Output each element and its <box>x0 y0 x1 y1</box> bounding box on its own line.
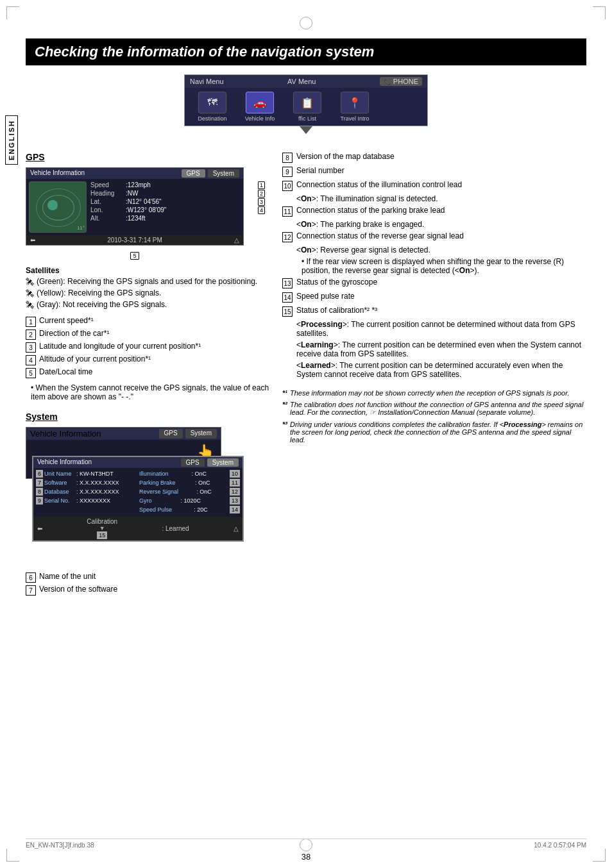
right-item-8-num: 8 <box>282 153 293 163</box>
travel-intro-icon-box: 📍 <box>341 92 369 113</box>
corner-mark-tr <box>593 6 606 19</box>
sys-inner-tab-system: System <box>207 458 239 467</box>
gps-heading-row: Heading :NW 2 <box>90 190 241 197</box>
av-menu-label: AV Menu <box>287 78 316 85</box>
footnote-1-text: These information may not be shown corre… <box>290 389 570 397</box>
gps-back-icon: ⬅ <box>30 237 35 244</box>
gps-item-5: 5 Date/Local time <box>26 367 269 378</box>
destination-label: Destination <box>198 115 226 122</box>
corner-mark-tl <box>6 6 19 19</box>
indicator-2: 2 <box>258 190 265 197</box>
registration-mark <box>300 17 312 29</box>
travel-intro-label: Travel Intro <box>340 115 369 122</box>
sys-illum-value: : OnC <box>192 471 207 477</box>
gps-bottom-bar: ⬅ 2010-3-31 7:14 PM △ <box>26 235 243 245</box>
sys-speed-pulse-value: : 20C <box>194 506 208 513</box>
nav-icon-vehicle-info: 🚗 Vehicle Info <box>237 92 282 122</box>
navi-menu-label: Navi Menu <box>190 78 224 85</box>
right-item-12-bullet: • If the rear view screen is displayed w… <box>302 257 586 275</box>
gps-nav-icon: △ <box>234 237 239 244</box>
sys-num-13: 13 <box>230 497 240 505</box>
sys-right-data: Illumination : OnC 10 Parking Brake : On… <box>139 470 240 515</box>
sys-serial-label: Serial No. <box>44 497 76 504</box>
sys-outer-tab-gps: GPS <box>159 429 183 438</box>
nav-menu-screenshot: Navi Menu AV Menu 📞 PHONE 🗺 Destination … <box>26 74 586 140</box>
sys-parking-value: : OnC <box>195 480 210 486</box>
gps-body: 11° Speed :123mph 1 Heading <box>26 179 243 235</box>
traffic-list-icon-box: 📋 <box>293 92 321 113</box>
phone-button: 📞 PHONE <box>380 77 422 86</box>
gps-map-display: 11° <box>29 181 87 233</box>
footnote-2-text: The calibration does not function withou… <box>290 401 586 417</box>
sys-num-7: 7 <box>36 479 43 487</box>
footer-bar: EN_KW-NT3[J]f.indb 38 10.4.2 0:57:04 PM <box>26 839 586 849</box>
gps-lon-value: :W123° 08'09" <box>126 206 166 213</box>
sys-reverse-value: : OnC <box>196 488 212 495</box>
gps-item-3: 3 Latitude and longitude of your current… <box>26 342 269 353</box>
sys-num-10: 10 <box>230 470 240 478</box>
gps-item-3-text: Latitude and longitude of your current p… <box>39 342 201 351</box>
gps-lat-label: Lat. <box>90 198 126 205</box>
right-item-8-text: Version of the map database <box>296 152 586 161</box>
footer-left: EN_KW-NT3[J]f.indb 38 <box>26 842 94 849</box>
right-item-9-num: 9 <box>282 167 293 177</box>
footnote-3-text: Driving under various conditions complet… <box>290 421 586 444</box>
right-item-15-processing: <Processing>: The current position canno… <box>296 320 586 338</box>
right-item-14-num: 14 <box>282 292 293 303</box>
right-item-11: 11 Connection status of the parking brak… <box>282 206 586 217</box>
footnote-2: *² The calibration does not function wit… <box>282 401 586 417</box>
right-item-12-text: Connection status of the reverse gear si… <box>296 231 586 240</box>
system-numbered-list: 6 Name of the unit 7 Version of the soft… <box>26 572 269 596</box>
sys-num-12: 12 <box>230 488 240 496</box>
vehicle-info-icon-box: 🚗 <box>246 92 274 113</box>
gps-lat-row: Lat. :N12° 04'56" 3 <box>90 198 241 205</box>
gps-speed-value: :123mph <box>126 181 151 188</box>
title-banner: Checking the information of the navigati… <box>26 38 586 65</box>
sys-outer-title: Vehicle Information <box>30 429 101 438</box>
sys-num-11: 11 <box>230 479 240 487</box>
sys-num-14: 14 <box>230 506 240 513</box>
indicator-1: 1 <box>258 181 265 189</box>
gps-item-5-num: 5 <box>26 368 36 378</box>
right-item-11-sub: <On>: The parking brake is engaged. <box>296 220 586 229</box>
nav-icon-traffic-list: 📋 ffic List <box>285 92 330 122</box>
gps-lat-value: :N12° 04'56" <box>126 198 162 205</box>
right-column: 8 Version of the map database 9 Serial n… <box>282 152 586 601</box>
sys-row-speed-pulse: Speed Pulse : 20C 14 <box>139 506 240 513</box>
nav-icon-travel-intro: 📍 Travel Intro <box>332 92 377 122</box>
right-item-10-num: 10 <box>282 181 293 191</box>
gps-screen-title: Vehicle Information <box>30 169 85 178</box>
sys-serial-value: : XXXXXXXX <box>76 497 110 504</box>
sys-database-value: : X.X.XXX.XXXX <box>76 488 119 495</box>
language-sidebar: ENGLISH <box>5 115 18 165</box>
sys-row-serial: 9 Serial No. : XXXXXXXX <box>36 497 137 505</box>
sys-row-database: 8 Database : X.X.XXX.XXXX <box>36 488 137 496</box>
left-column: GPS Vehicle Information GPS System <box>26 152 269 601</box>
system-screen-inner: Vehicle Information GPS System 6 <box>32 456 244 542</box>
gps-tab-gps: GPS <box>182 169 205 178</box>
right-item-13-num: 13 <box>282 278 293 288</box>
sys-illum-label: Illumination <box>139 471 169 477</box>
page-number: 38 <box>302 852 310 862</box>
right-item-10-sub: <On>: The illumination signal is detecte… <box>296 194 586 203</box>
footnotes-section: *¹ These information may not be shown co… <box>282 389 586 444</box>
footnote-3: *³ Driving under various conditions comp… <box>282 421 586 444</box>
system-section-heading: System <box>26 412 269 422</box>
right-item-10-text: Connection status of the illumination co… <box>296 180 586 189</box>
right-item-15-learning: <Learning>: The current position can be … <box>296 340 586 358</box>
right-item-15: 15 Status of calibration*² *³ <box>282 306 586 317</box>
sys-software-value: : X.X.XXX.XXXX <box>76 480 119 486</box>
sys-row-software: 7 Software : X.X.XXX.XXXX <box>36 479 137 487</box>
right-item-14: 14 Speed pulse rate <box>282 292 586 303</box>
traffic-list-label: ffic List <box>298 115 316 122</box>
satellite-section: Satellites 🛰 (Green): Receiving the GPS … <box>26 266 269 310</box>
nav-menu-icons: 🗺 Destination 🚗 Vehicle Info 📋 ffic List… <box>185 88 427 126</box>
sys-outer-header: Vehicle Information GPS System <box>26 428 221 440</box>
right-item-11-text: Connection status of the parking brake l… <box>296 206 586 215</box>
corner-mark-br <box>593 849 606 862</box>
sys-row-gyro: Gyro : 1020C 13 <box>139 497 240 505</box>
indicator-4: 4 <box>258 206 265 214</box>
nav-icon-destination: 🗺 Destination <box>190 92 235 122</box>
sys-inner-body: 6 Unit Name : KW-NT3HDT 7 Software : X.X… <box>33 468 242 517</box>
satellites-heading: Satellites <box>26 266 269 275</box>
